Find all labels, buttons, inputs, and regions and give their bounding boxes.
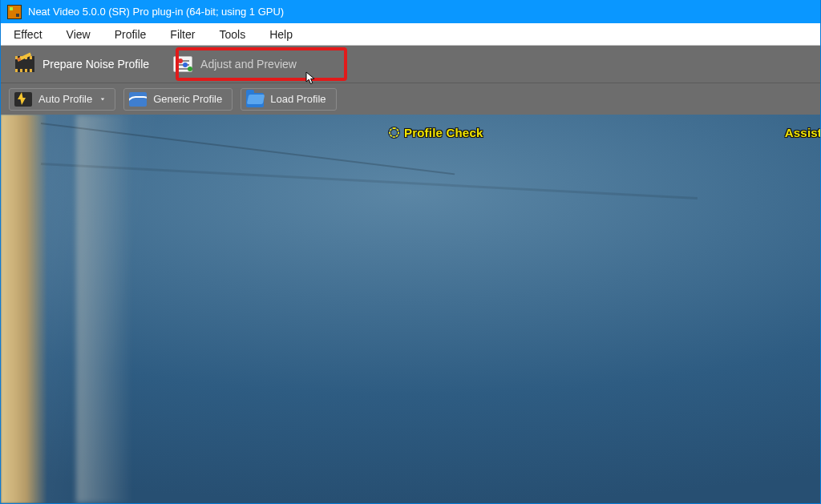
button-label: Generic Profile <box>153 93 222 105</box>
tabstrip: Prepare Noise Profile Adjust and Preview <box>1 46 820 83</box>
titlebar: Neat Video 5.0.0 (SR) Pro plug-in (64-bi… <box>1 0 820 23</box>
menu-effect[interactable]: Effect <box>9 26 47 42</box>
generic-profile-button[interactable]: Generic Profile <box>123 88 233 111</box>
menu-tools[interactable]: Tools <box>214 26 250 42</box>
menu-view[interactable]: View <box>62 26 95 42</box>
tab-adjust-and-preview[interactable]: Adjust and Preview <box>167 49 309 79</box>
preview-viewport[interactable]: Profile Check Assist <box>1 115 820 503</box>
overlay-text: Profile Check <box>404 126 483 139</box>
tab-prepare-noise-profile[interactable]: Prepare Noise Profile <box>9 49 162 79</box>
load-profile-button[interactable]: Load Profile <box>241 88 336 111</box>
assist-link[interactable]: Assist <box>785 126 820 139</box>
lightning-icon <box>14 92 32 107</box>
menu-help[interactable]: Help <box>265 26 297 42</box>
window-title: Neat Video 5.0.0 (SR) Pro plug-in (64-bi… <box>28 6 284 18</box>
gear-icon <box>389 127 399 138</box>
auto-profile-button[interactable]: Auto Profile <box>9 88 115 111</box>
tab-label: Adjust and Preview <box>200 58 297 71</box>
overlay-text: Assist <box>785 126 820 139</box>
preview-image-streak <box>1 115 47 503</box>
sliders-icon <box>173 56 192 72</box>
folder-open-icon <box>246 93 264 107</box>
button-label: Load Profile <box>270 93 326 105</box>
app-icon <box>7 5 22 19</box>
menu-profile[interactable]: Profile <box>110 26 152 42</box>
button-label: Auto Profile <box>38 93 92 105</box>
profile-check-link[interactable]: Profile Check <box>389 126 483 139</box>
tab-label: Prepare Noise Profile <box>42 58 149 71</box>
menubar: Effect View Profile Filter Tools Help <box>1 23 820 46</box>
film-icon <box>15 56 34 72</box>
profile-toolbar: Auto Profile Generic Profile Load Profil… <box>1 83 820 115</box>
menu-filter[interactable]: Filter <box>165 26 200 42</box>
wave-icon <box>129 92 147 107</box>
chevron-down-icon <box>100 97 105 102</box>
